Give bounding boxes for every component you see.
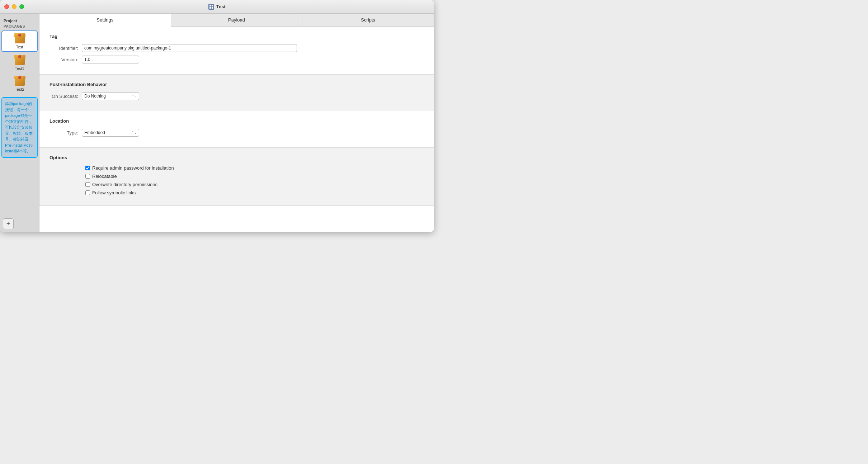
minimize-button[interactable] xyxy=(12,4,16,9)
svg-rect-2 xyxy=(209,7,211,9)
type-select-wrapper: Embedded Absolute Path Relative Path xyxy=(82,129,139,137)
tag-section: Tag Identifier: Version: xyxy=(39,27,434,75)
content-area: Tag Identifier: Version: Post-installati… xyxy=(39,27,434,232)
on-success-label: On Success: xyxy=(49,94,82,99)
identifier-label: Identifier: xyxy=(49,46,82,51)
svg-rect-3 xyxy=(212,7,213,9)
window-title-area: Test xyxy=(208,4,226,10)
on-success-row: On Success: Do Nothing Logout Restart Sh… xyxy=(49,92,424,100)
tag-section-title: Tag xyxy=(49,34,424,39)
identifier-row: Identifier: xyxy=(49,44,424,52)
packages-section-label: PACKAGES xyxy=(0,24,39,30)
title-bar: Test xyxy=(0,0,434,14)
sidebar-item-test1[interactable]: Test1 xyxy=(1,53,38,73)
tabs-bar: Settings Payload Scripts xyxy=(39,14,434,27)
type-select[interactable]: Embedded Absolute Path Relative Path xyxy=(82,129,139,137)
type-row: Type: Embedded Absolute Path Relative Pa… xyxy=(49,129,424,137)
window-title: Test xyxy=(216,4,226,9)
window-controls xyxy=(4,4,24,9)
close-button[interactable] xyxy=(4,4,9,9)
version-input[interactable] xyxy=(82,56,139,63)
add-icon: + xyxy=(6,220,10,228)
version-label: Version: xyxy=(49,57,82,62)
location-section-title: Location xyxy=(49,118,424,124)
type-label: Type: xyxy=(49,130,82,136)
main-content: Settings Payload Scripts Tag Identifier:… xyxy=(39,14,434,232)
add-package-button[interactable]: + xyxy=(3,218,14,229)
require-admin-row: Require admin password for installation xyxy=(85,165,424,171)
options-section-title: Options xyxy=(49,155,424,160)
follow-symlinks-row: Follow symbolic links xyxy=(85,190,424,195)
sidebar-item-label-test2: Test2 xyxy=(15,87,24,91)
package-icon-test xyxy=(14,33,25,45)
sidebar: Project PACKAGES Test Test1 xyxy=(0,14,39,232)
overwrite-dir-label: Overwrite directory permissions xyxy=(92,182,157,187)
app-container: Project PACKAGES Test Test1 xyxy=(0,14,434,232)
sidebar-bottom: + xyxy=(0,216,39,232)
sidebar-item-test2[interactable]: Test2 xyxy=(1,74,38,94)
annotation-bubble: 添加package的按钮，每一个package都是一个独立的组件，可以设定安装位… xyxy=(1,97,38,158)
post-installation-section: Post-installation Behavior On Success: D… xyxy=(39,75,434,111)
tab-payload[interactable]: Payload xyxy=(171,14,303,26)
overwrite-dir-row: Overwrite directory permissions xyxy=(85,182,424,187)
follow-symlinks-label: Follow symbolic links xyxy=(92,190,136,195)
sidebar-item-label-test: Test xyxy=(16,45,23,49)
svg-rect-1 xyxy=(212,5,213,6)
post-installation-title: Post-installation Behavior xyxy=(49,82,424,87)
tab-scripts[interactable]: Scripts xyxy=(302,14,434,26)
annotation-text: 添加package的按钮，每一个package都是一个独立的组件，可以设定安装位… xyxy=(5,101,33,153)
sidebar-item-test[interactable]: Test xyxy=(1,30,38,52)
package-icon-test1 xyxy=(14,55,25,66)
tab-settings[interactable]: Settings xyxy=(39,14,171,27)
identifier-input[interactable] xyxy=(82,44,297,52)
svg-rect-0 xyxy=(209,5,211,6)
project-header: Project xyxy=(0,17,39,24)
sidebar-item-label-test1: Test1 xyxy=(15,66,24,71)
require-admin-label: Require admin password for installation xyxy=(92,165,174,171)
relocatable-label: Relocatable xyxy=(92,174,117,179)
relocatable-row: Relocatable xyxy=(85,174,424,179)
options-section: Options Require admin password for insta… xyxy=(39,148,434,206)
package-icon-test2 xyxy=(14,76,25,87)
follow-symlinks-checkbox[interactable] xyxy=(85,190,90,195)
window-icon xyxy=(208,4,214,10)
version-row: Version: xyxy=(49,56,424,63)
require-admin-checkbox[interactable] xyxy=(85,166,90,170)
maximize-button[interactable] xyxy=(19,4,24,9)
on-success-select[interactable]: Do Nothing Logout Restart Shutdown xyxy=(82,92,139,100)
relocatable-checkbox[interactable] xyxy=(85,174,90,179)
on-success-select-wrapper: Do Nothing Logout Restart Shutdown xyxy=(82,92,139,100)
location-section: Location Type: Embedded Absolute Path Re… xyxy=(39,111,434,148)
overwrite-dir-checkbox[interactable] xyxy=(85,182,90,187)
